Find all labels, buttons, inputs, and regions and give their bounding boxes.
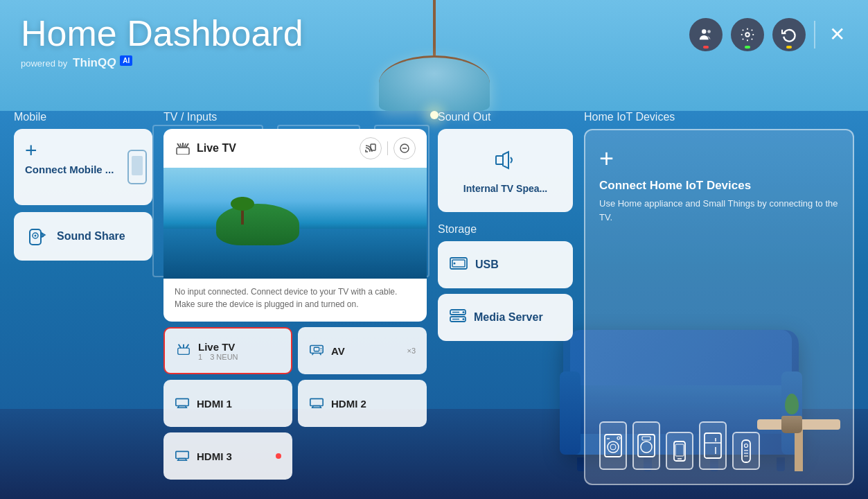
people-button[interactable] <box>689 18 723 51</box>
tv-minus-button[interactable] <box>393 137 416 159</box>
svg-rect-18 <box>178 348 190 354</box>
mobile-section-label: Mobile <box>14 111 152 123</box>
mobile-column: Mobile + Connect Mobile ... <box>14 111 152 485</box>
power-button[interactable] <box>772 18 806 51</box>
svg-rect-11 <box>177 148 189 155</box>
antenna-icon <box>175 142 191 155</box>
top-controls: ✕ <box>689 17 851 51</box>
tv-section-label: TV / Inputs <box>163 111 427 123</box>
media-server-card[interactable]: Media Server <box>438 294 573 341</box>
ai-badge: AI <box>120 55 132 66</box>
hdmi2-icon <box>309 396 324 411</box>
media-server-device-icon <box>449 307 467 325</box>
iot-remote-icon <box>732 432 760 470</box>
svg-point-2 <box>745 33 750 37</box>
sound-section-label: Sound Out <box>438 111 573 123</box>
tv-controls <box>360 137 416 159</box>
iot-description: Use Home appliance and Small Things by c… <box>599 197 839 224</box>
sound-out-text: Internal TV Spea... <box>463 183 547 194</box>
iot-dryer-icon <box>632 421 660 470</box>
dryer-svg <box>637 433 656 458</box>
svg-point-38 <box>608 441 619 453</box>
hdmi2-details: HDMI 2 <box>331 398 416 410</box>
iot-appliances-row <box>599 421 839 470</box>
iot-plus-icon: + <box>599 144 839 173</box>
iot-card[interactable]: + Connect Home IoT Devices Use Home appl… <box>584 129 854 485</box>
antenna-small-icon <box>176 343 191 358</box>
svg-rect-26 <box>176 451 188 458</box>
svg-rect-25 <box>310 399 323 405</box>
live-tv-input-name: Live TV <box>198 341 280 353</box>
remote-svg <box>741 439 752 464</box>
tv-card-header: Live TV <box>163 129 427 168</box>
iot-phone-icon <box>666 432 693 470</box>
sound-out-card[interactable]: Internal TV Spea... <box>438 129 573 212</box>
svg-point-39 <box>610 444 616 450</box>
svg-rect-22 <box>314 347 319 351</box>
input-live-tv[interactable]: Live TV 1 3 NEUN <box>163 327 292 374</box>
thinq-brand: ThinQ <box>73 56 107 69</box>
gear-dot <box>745 46 750 49</box>
people-icon <box>698 27 714 42</box>
input-hdmi3[interactable]: HDMI 3 <box>163 432 292 480</box>
sound-out-icon <box>493 148 518 177</box>
svg-rect-3 <box>30 229 41 245</box>
connect-mobile-text: Connect Mobile ... <box>25 164 114 175</box>
svg-point-43 <box>641 441 652 453</box>
av-count: ×3 <box>407 347 416 355</box>
av-icon <box>309 343 324 358</box>
usb-card[interactable]: USB <box>438 241 573 288</box>
svg-point-0 <box>702 29 706 33</box>
cast-icon <box>365 143 376 154</box>
svg-point-41 <box>617 437 620 439</box>
tv-inputs-grid: Live TV 1 3 NEUN <box>163 327 427 480</box>
media-server-icon <box>449 307 467 329</box>
iot-section-label: Home IoT Devices <box>584 111 854 123</box>
speaker-bluetooth-icon <box>27 226 48 247</box>
hdmi3-notification-dot <box>276 453 281 459</box>
svg-line-16 <box>186 344 189 349</box>
iot-title: Connect Home IoT Devices <box>599 179 839 193</box>
controls-divider <box>814 21 815 49</box>
palm-tree <box>241 197 244 225</box>
input-av[interactable]: AV ×3 <box>298 327 427 374</box>
connect-mobile-card[interactable]: + Connect Mobile ... <box>14 129 152 205</box>
tv-cast-button[interactable] <box>360 137 382 159</box>
usb-text: USB <box>475 259 499 271</box>
svg-point-30 <box>454 262 456 264</box>
minus-icon <box>400 143 409 153</box>
tv-main-card: Live TV <box>163 129 427 322</box>
sound-share-card[interactable]: Sound Share <box>14 212 152 261</box>
sound-share-icon <box>25 224 50 249</box>
tv-preview-image <box>163 168 427 279</box>
gear-icon <box>740 27 755 42</box>
input-hdmi2[interactable]: HDMI 2 <box>298 380 427 427</box>
live-tv-label: Live TV <box>175 142 236 155</box>
tv-divider <box>387 141 388 155</box>
power-icon <box>781 27 797 42</box>
main-overlay: Home Dashboard powered by ThinQQ AI <box>0 0 868 499</box>
svg-line-6 <box>177 143 180 148</box>
svg-rect-27 <box>496 156 503 164</box>
hdmi1-icon <box>175 396 190 411</box>
header: Home Dashboard powered by ThinQQ AI <box>21 14 303 70</box>
svg-rect-24 <box>176 399 188 405</box>
svg-rect-52 <box>742 440 750 462</box>
palm-leaves <box>231 197 254 211</box>
sound-column: Sound Out Internal TV Spea... Storage <box>438 111 573 485</box>
live-tv-details: Live TV 1 3 NEUN <box>198 341 280 361</box>
columns-container: Mobile + Connect Mobile ... <box>0 111 868 499</box>
washer-svg <box>603 433 623 458</box>
hdmi1-details: HDMI 1 <box>197 398 281 410</box>
phone-screen <box>132 156 143 175</box>
iot-column: Home IoT Devices + Connect Home IoT Devi… <box>584 111 854 485</box>
close-button[interactable]: ✕ <box>824 17 851 51</box>
av-input-name: AV <box>331 345 400 357</box>
input-hdmi1[interactable]: HDMI 1 <box>163 380 292 427</box>
storage-section: Storage USB <box>438 223 573 341</box>
settings-button[interactable] <box>731 18 764 51</box>
svg-line-15 <box>179 344 181 349</box>
svg-point-34 <box>463 318 465 320</box>
subtitle: powered by ThinQQ AI <box>21 56 303 70</box>
phone-icon <box>127 150 147 184</box>
